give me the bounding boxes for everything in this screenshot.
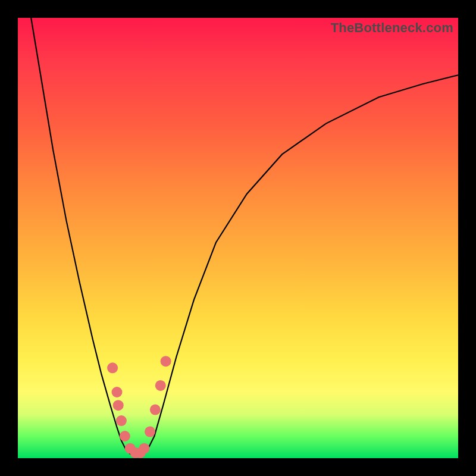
data-marker (116, 415, 127, 426)
chart-frame: TheBottleneck.com (0, 0, 476, 476)
plot-area: TheBottleneck.com (18, 18, 458, 458)
data-marker (107, 362, 118, 373)
data-marker (155, 380, 166, 391)
data-marker (161, 356, 171, 367)
marker-group (107, 356, 171, 458)
data-marker (139, 443, 149, 454)
data-marker (112, 387, 123, 397)
data-marker (150, 405, 161, 415)
chart-overlay (18, 18, 458, 458)
data-marker (145, 427, 155, 437)
data-marker (113, 400, 124, 411)
bottleneck-curve (31, 18, 458, 455)
data-marker (120, 431, 130, 441)
